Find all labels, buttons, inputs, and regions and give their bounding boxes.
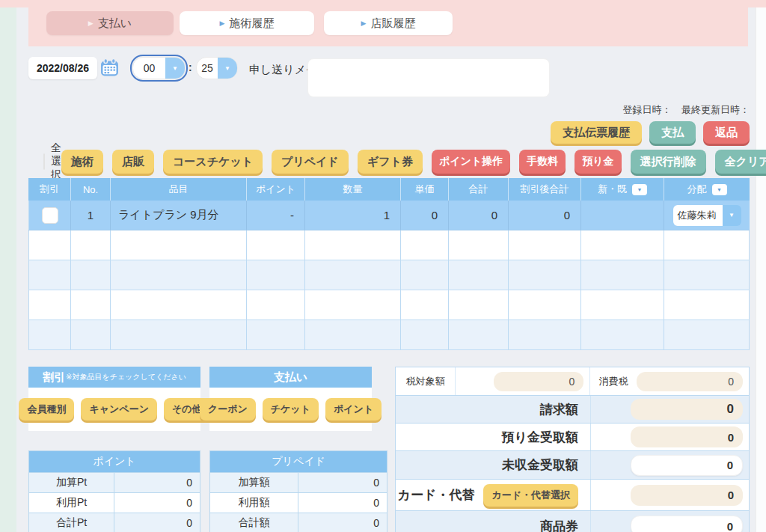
mini-row-value: 0 (114, 513, 200, 532)
gift-certificate-row: 商品券0 (396, 511, 749, 532)
left-accent-strip (0, 7, 16, 532)
table-row[interactable]: 1ライトプラン 9月分-1000佐藤朱莉▼ (28, 201, 750, 230)
ticket-button[interactable]: チケット (263, 398, 319, 421)
prepaid-button[interactable]: プリペイド (272, 150, 349, 174)
column-label: 単価 (415, 183, 435, 196)
row-checkbox[interactable] (42, 207, 58, 224)
refund-button[interactable]: 返品 (703, 121, 750, 144)
course-ticket-button[interactable]: コースチケット (163, 150, 263, 174)
summary-label: 請求額 (540, 401, 578, 418)
summary-label-zone: カード・代替カード・代替選択 (396, 484, 590, 507)
summary-field-zone: 0 (590, 480, 749, 510)
empty-table-row (28, 230, 750, 260)
retail-button[interactable]: 店販 (112, 150, 154, 174)
deposit-button[interactable]: 預り金 (574, 150, 621, 174)
staff-select[interactable]: 佐藤朱莉▼ (673, 205, 741, 226)
mini-row-label: 利用額 (210, 493, 298, 513)
tab-label: 施術履歴 (229, 16, 274, 31)
summary-label-zone: 商品券 (396, 518, 590, 532)
summary-label-zone: 預り金受取額 (396, 429, 590, 446)
point-cell: - (247, 201, 305, 230)
clear-all-button[interactable]: 全クリア (715, 150, 766, 174)
tab-label: 支払い (98, 16, 132, 31)
discount-box-header: 割引 ※対象品目をチェックしてください (28, 367, 200, 388)
billing-amount-row: 請求額0 (396, 396, 749, 424)
chevron-down-icon: ▼ (165, 58, 185, 79)
memo-input[interactable] (307, 58, 550, 97)
empty-cell (401, 230, 449, 260)
card-alternative-field: 0 (631, 485, 743, 506)
date-field[interactable]: 2022/08/26 (28, 57, 97, 79)
mini-row-value: 0 (298, 513, 387, 532)
empty-cell (305, 260, 401, 290)
minute-select[interactable]: 25 ▼ (196, 57, 238, 79)
empty-table-row (28, 260, 750, 290)
empty-cell (111, 290, 247, 319)
tax-object-label: 税対象額 (396, 375, 455, 388)
mini-table-row: 利用Pt0 (29, 492, 200, 513)
card-alternative-select-button[interactable]: カード・代替選択 (483, 484, 578, 507)
empty-cell (664, 320, 750, 349)
consumption-tax-field: 0 (637, 372, 743, 391)
tab-treatment-history[interactable]: ▶施術履歴 (180, 11, 314, 35)
empty-cell (28, 320, 71, 349)
empty-cell (111, 230, 247, 260)
column-label: 新・既 (598, 183, 627, 196)
billing-amount-field: 0 (631, 399, 743, 420)
empty-cell (305, 290, 401, 319)
payment-slip-history-button[interactable]: 支払伝票履歴 (551, 121, 642, 144)
discount-note: ※対象品目をチェックしてください (66, 372, 186, 382)
discount-title: 割引 (43, 370, 65, 385)
tab-retail-history[interactable]: ▶店販履歴 (324, 11, 453, 35)
column-label: 割引後合計 (521, 183, 569, 196)
empty-cell (664, 290, 750, 319)
payment-buttons: クーポンチケットポイント (209, 388, 372, 431)
column-dropdown-icon[interactable]: ▼ (712, 184, 727, 195)
pay-button[interactable]: 支払 (649, 121, 696, 144)
discounted-total-cell: 0 (509, 201, 581, 230)
mini-row-value: 0 (114, 493, 200, 513)
summary-field-zone: 0 (590, 424, 749, 450)
accrued-received-field[interactable]: 0 (631, 455, 743, 476)
fee-button[interactable]: 手数料 (519, 150, 566, 174)
prepaid-table-rows: 加算額0利用額0合計額0 (210, 472, 387, 532)
empty-cell (581, 230, 664, 260)
calendar-icon[interactable] (99, 58, 120, 78)
hour-select[interactable]: 00 ▼ (132, 57, 186, 79)
minute-value: 25 (197, 58, 218, 79)
empty-cell (664, 260, 750, 290)
column-label: 数量 (343, 183, 363, 196)
point-button[interactable]: ポイント (325, 398, 382, 421)
staff-name: 佐藤朱莉 (673, 205, 721, 226)
empty-cell (581, 260, 664, 290)
column-label: ポイント (256, 183, 295, 196)
select-all-checkbox[interactable] (43, 153, 45, 170)
delete-selected-rows-button[interactable]: 選択行削除 (631, 150, 706, 174)
item-toolbar: 全選択 施術店販コースチケットプリペイドギフト券ポイント操作手数料預り金選択行削… (28, 149, 750, 174)
column-header-3: ポイント (247, 178, 305, 201)
hour-value: 00 (133, 58, 165, 79)
summary-field-zone: 0 (590, 451, 749, 479)
gift-voucher-button[interactable]: ギフト券 (358, 150, 423, 174)
coupon-button[interactable]: クーポン (200, 398, 256, 421)
summary-label-zone: 請求額 (396, 401, 590, 418)
summary-field-zone: 0 (590, 511, 749, 532)
column-label: 分配 (687, 183, 707, 196)
point-table-rows: 加算Pt0利用Pt0合計Pt0 (29, 472, 200, 532)
campaign-button[interactable]: キャンペーン (81, 398, 157, 421)
empty-cell (664, 230, 750, 260)
treatment-button[interactable]: 施術 (61, 150, 103, 174)
gift-certificate-field[interactable]: 0 (631, 516, 743, 532)
empty-table-row (28, 290, 750, 320)
scrollbar-track[interactable] (756, 7, 766, 532)
column-dropdown-icon[interactable]: ▼ (632, 184, 647, 195)
member-type-button[interactable]: 会員種別 (19, 398, 74, 421)
column-header-6: 合計 (449, 178, 509, 201)
point-operation-button[interactable]: ポイント操作 (432, 150, 510, 174)
payment-box: 支払い クーポンチケットポイント (209, 367, 372, 431)
empty-cell (111, 320, 247, 349)
empty-cell (449, 260, 509, 290)
empty-cell (247, 260, 305, 290)
table-header-row: 割引No.品目ポイント数量単価合計割引後合計新・既▼分配▼ (28, 178, 750, 201)
tab-payment[interactable]: ▶支払い (46, 11, 174, 35)
